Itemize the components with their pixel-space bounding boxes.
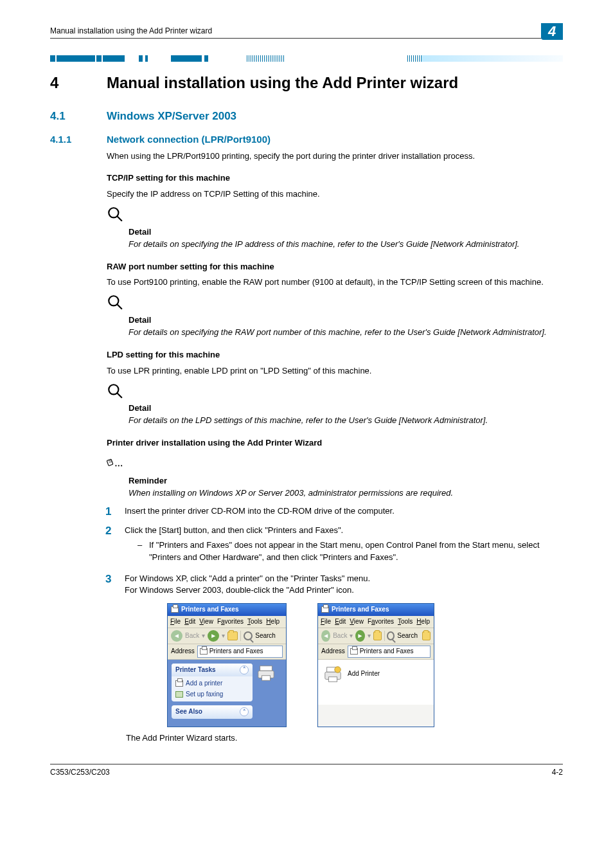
magnifier-icon [107, 294, 123, 314]
note-pen-icon [107, 455, 123, 475]
menu-edit[interactable]: Edit [184, 617, 195, 627]
tcpip-heading: TCP/IP setting for this machine [107, 172, 563, 185]
subsection-heading: 4.1.1 Network connection (LPR/Port9100) [50, 132, 563, 147]
add-printer-item[interactable]: Add Printer [323, 665, 429, 684]
magnifier-icon [107, 206, 123, 226]
search-icon[interactable] [244, 631, 253, 640]
section-title: Windows XP/Server 2003 [107, 109, 236, 125]
chapter-number: 4 [50, 72, 107, 95]
window-title-text: Printers and Faxes [332, 605, 389, 615]
detail-text: For details on specifying the RAW port n… [129, 327, 563, 339]
running-header: Manual installation using the Add Printe… [50, 26, 212, 37]
fax-icon [175, 691, 183, 698]
svg-point-9 [115, 465, 116, 466]
svg-line-5 [117, 393, 122, 398]
svg-point-10 [118, 465, 120, 466]
search-label: Search [397, 631, 418, 641]
xp-printers-window: Printers and Faxes File Edit View Favori… [167, 603, 287, 727]
add-printer-icon [323, 665, 342, 684]
step-number: 2 [105, 525, 125, 566]
folders-icon[interactable] [422, 631, 431, 640]
detail-label: Detail [129, 226, 563, 239]
svg-point-0 [109, 208, 118, 217]
window-titlebar: Printers and Faxes [318, 604, 434, 616]
raw-paragraph: To use Port9100 printing, enable the RAW… [107, 276, 563, 289]
svg-rect-6 [107, 459, 113, 466]
address-field[interactable]: Printers and Faxes [197, 646, 283, 658]
address-label: Address [171, 647, 195, 656]
page-number-badge: 4 [541, 23, 563, 40]
menu-help[interactable]: Help [266, 617, 280, 627]
set-up-faxing-link[interactable]: Set up faxing [175, 689, 249, 700]
back-label: Back [333, 631, 347, 641]
see-also-header[interactable]: See Also [175, 707, 202, 717]
menu-favorites[interactable]: Favorites [217, 617, 244, 627]
subsection-title: Network connection (LPR/Port9100) [107, 132, 271, 147]
menu-view[interactable]: View [350, 617, 364, 627]
up-folder-icon[interactable] [227, 631, 238, 640]
address-value: Printers and Faxes [209, 647, 263, 656]
forward-button-icon[interactable]: ► [355, 630, 364, 642]
svg-rect-12 [260, 665, 272, 671]
step-number: 3 [105, 573, 125, 597]
svg-line-8 [109, 462, 112, 462]
detail-label: Detail [129, 402, 563, 415]
back-button-icon[interactable]: ◄ [321, 630, 330, 642]
printer-tasks-header[interactable]: Printer Tasks [175, 665, 216, 675]
svg-line-7 [109, 460, 112, 461]
menu-help[interactable]: Help [416, 617, 430, 627]
forward-button-icon[interactable]: ► [208, 630, 219, 642]
subsection-number: 4.1.1 [50, 132, 107, 147]
menu-file[interactable]: File [321, 617, 331, 627]
detail-text: For details on specifying the IP address… [129, 239, 563, 251]
menu-file[interactable]: File [170, 617, 181, 627]
step-2-text: Click the [Start] button, and then click… [125, 525, 563, 537]
svg-line-3 [117, 305, 122, 310]
reminder-label: Reminder [129, 475, 563, 487]
up-folder-icon[interactable] [373, 631, 382, 640]
add-a-printer-link[interactable]: Add a printer [175, 678, 249, 689]
raw-heading: RAW port number setting for this machine [107, 261, 563, 273]
window-menubar: File Edit View Favorites Tools Help [318, 616, 434, 629]
svg-point-4 [109, 384, 118, 394]
bullet-dash: – [138, 539, 149, 564]
tcpip-paragraph: Specify the IP address on TCP/IP Setting… [107, 188, 563, 201]
menu-edit[interactable]: Edit [335, 617, 346, 627]
section-number: 4.1 [50, 109, 107, 125]
svg-point-11 [121, 465, 122, 466]
svg-rect-17 [328, 676, 337, 682]
svg-line-1 [117, 216, 122, 221]
search-label: Search [255, 631, 276, 641]
step-3-line-2: For Windows Server 2003, double-click th… [125, 584, 563, 597]
printer-large-icon[interactable] [256, 664, 276, 683]
collapse-chevron-icon[interactable]: ˄ [240, 707, 249, 716]
menu-tools[interactable]: Tools [398, 617, 413, 627]
step-3-line-1: For Windows XP, click "Add a printer" on… [125, 573, 563, 585]
svg-point-2 [109, 296, 118, 306]
menu-tools[interactable]: Tools [247, 617, 262, 627]
menu-favorites[interactable]: Favorites [368, 617, 394, 627]
section-heading: 4.1 Windows XP/Server 2003 [50, 109, 563, 125]
printer-icon [200, 648, 208, 655]
menu-view[interactable]: View [199, 617, 213, 627]
window-toolbar: ◄ Back ▾ ► ▾ Search [318, 628, 434, 644]
back-button-icon[interactable]: ◄ [171, 630, 182, 642]
footer-left: C353/C253/C203 [50, 767, 110, 778]
window-toolbar: ◄ Back ▾ ► ▾ Search [168, 628, 286, 644]
intro-paragraph: When using the LPR/Port9100 printing, sp… [107, 150, 563, 163]
address-label: Address [321, 647, 345, 656]
collapse-chevron-icon[interactable]: ˄ [240, 665, 249, 674]
add-printer-label: Add Printer [348, 669, 380, 679]
search-icon[interactable] [387, 631, 395, 640]
chapter-title: Manual installation using the Add Printe… [107, 72, 458, 95]
address-value: Printers and Faxes [360, 647, 414, 656]
step-number: 1 [105, 505, 125, 518]
reminder-text: When installing on Windows XP or Server … [129, 487, 563, 500]
install-heading: Printer driver installation using the Ad… [107, 437, 563, 449]
footer-right: 4-2 [552, 767, 563, 778]
window-title-text: Printers and Faxes [181, 605, 238, 615]
server2003-printers-window: Printers and Faxes File Edit View Favori… [317, 603, 434, 727]
magnifier-icon [107, 383, 123, 403]
address-field[interactable]: Printers and Faxes [348, 646, 431, 658]
printer-icon [171, 606, 179, 613]
